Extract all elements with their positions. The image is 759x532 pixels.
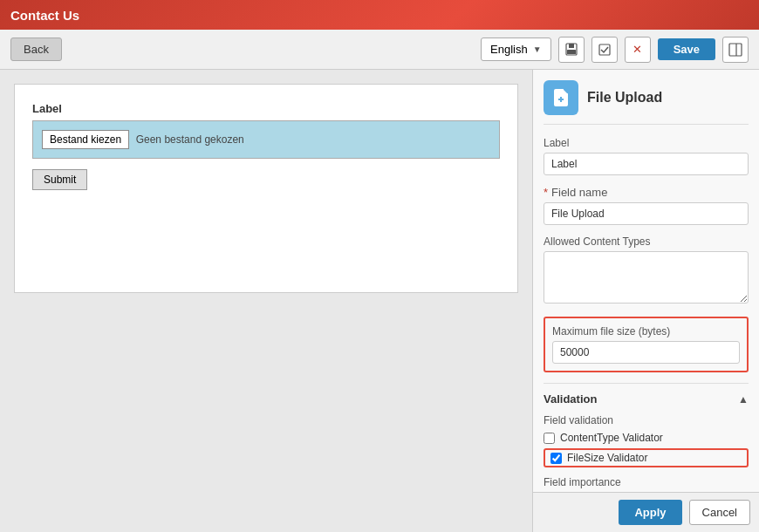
filesize-validator-label: FileSize Validator xyxy=(567,452,647,464)
content-type-validator-group: ContentType Validator xyxy=(544,432,749,444)
page-title: Contact Us xyxy=(10,8,79,23)
allowed-content-input[interactable] xyxy=(544,251,749,304)
language-dropdown[interactable]: English ▼ xyxy=(481,38,551,61)
panel-toggle-button[interactable] xyxy=(722,37,749,63)
filesize-validator-checkbox[interactable] xyxy=(550,453,562,464)
svg-rect-3 xyxy=(599,44,610,55)
validation-section: Validation ▲ Field validation ContentTyp… xyxy=(544,383,749,507)
filesize-validator-group: FileSize Validator xyxy=(544,448,749,467)
field-importance-label: Field importance xyxy=(544,476,749,488)
apply-button[interactable]: Apply xyxy=(619,500,681,525)
toolbar: Back English ▼ ✕ Save xyxy=(0,30,759,70)
label-group: Label xyxy=(544,137,749,175)
field-name-label: *Field name xyxy=(544,186,749,199)
validation-section-title: Validation ▲ xyxy=(544,392,749,406)
field-header: File Upload xyxy=(544,80,749,125)
save-button[interactable]: Save xyxy=(658,38,715,60)
svg-rect-4 xyxy=(729,44,742,56)
bottom-action-bar: Apply Cancel xyxy=(533,492,759,532)
choose-file-button[interactable]: Bestand kiezen xyxy=(42,130,129,149)
svg-rect-1 xyxy=(569,44,574,48)
back-button[interactable]: Back xyxy=(10,38,62,61)
cancel-button[interactable]: Cancel xyxy=(689,500,750,525)
collapse-icon[interactable]: ▲ xyxy=(738,393,749,406)
svg-rect-2 xyxy=(567,50,576,54)
max-file-size-input[interactable] xyxy=(552,341,740,364)
content-type-validator-checkbox[interactable] xyxy=(544,433,555,444)
field-name-group: *Field name xyxy=(544,186,749,225)
right-panel: File Upload Label *Field name Allowed Co… xyxy=(532,70,759,532)
language-label: English xyxy=(490,43,528,56)
close-button[interactable]: ✕ xyxy=(625,37,651,63)
no-file-text: Geen bestand gekozen xyxy=(136,133,244,146)
right-panel-content: File Upload Label *Field name Allowed Co… xyxy=(533,70,759,517)
close-icon: ✕ xyxy=(632,43,642,56)
field-name-input[interactable] xyxy=(544,202,749,225)
label-field-label: Label xyxy=(544,137,749,149)
allowed-content-label: Allowed Content Types xyxy=(544,235,749,248)
field-validation-label: Field validation xyxy=(544,414,749,426)
app-header: Contact Us xyxy=(0,0,759,30)
content-type-validator-label: ContentType Validator xyxy=(560,432,663,444)
label-input[interactable] xyxy=(544,153,749,175)
chevron-down-icon: ▼ xyxy=(533,44,542,54)
allowed-content-group: Allowed Content Types xyxy=(544,235,749,306)
save-alt-button[interactable] xyxy=(591,37,618,63)
field-type-title: File Upload xyxy=(587,90,662,106)
left-panel: Label Bestand kiezen Geen bestand gekoze… xyxy=(0,70,532,532)
save-disk-button[interactable] xyxy=(558,37,585,63)
submit-button[interactable]: Submit xyxy=(32,169,87,190)
form-preview: Label Bestand kiezen Geen bestand gekoze… xyxy=(14,84,518,293)
max-file-size-label: Maximum file size (bytes) xyxy=(552,325,740,338)
form-field-label: Label xyxy=(32,102,500,115)
main-content: Label Bestand kiezen Geen bestand gekoze… xyxy=(0,70,759,532)
field-type-icon xyxy=(544,80,578,115)
file-upload-area: Bestand kiezen Geen bestand gekozen xyxy=(32,120,500,159)
max-file-size-section: Maximum file size (bytes) xyxy=(544,317,749,372)
required-star: * xyxy=(544,186,548,199)
